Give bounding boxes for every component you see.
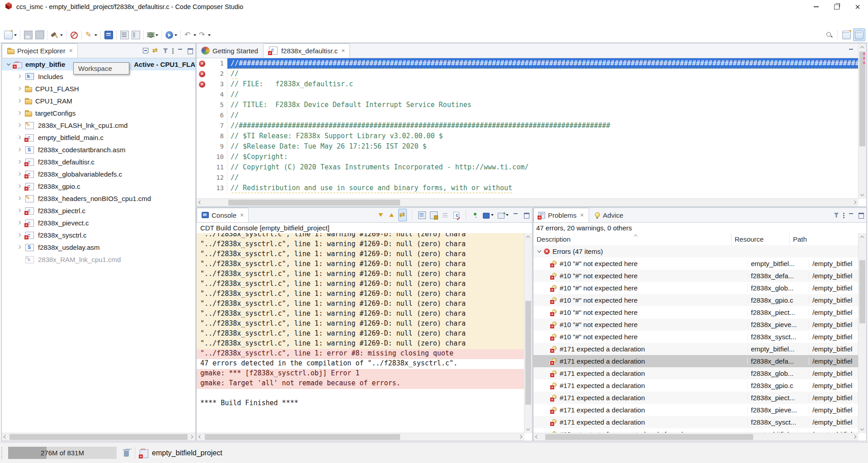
chevron-right-icon[interactable] — [17, 75, 21, 79]
problem-row[interactable]: #171 expected a declaration f2838x_pieve… — [533, 404, 859, 416]
toolbar-button[interactable] — [164, 29, 179, 41]
tree-item[interactable]: f2838x_headers_nonBIOS_cpu1.cmd — [2, 192, 195, 205]
console-tool-button[interactable] — [523, 209, 531, 221]
console-tool-button[interactable] — [441, 209, 449, 221]
tree-item[interactable]: f2838x_defaultisr.c — [2, 156, 195, 168]
close-icon[interactable] — [69, 47, 73, 54]
problem-row[interactable]: Errors (47 items) — [533, 245, 859, 257]
filter-icon[interactable] — [162, 47, 169, 54]
tree-item[interactable]: f2838x_piectrl.c — [2, 205, 195, 217]
view-menu-icon[interactable] — [843, 212, 845, 219]
toolbar-button[interactable] — [50, 29, 64, 41]
chevron-right-icon[interactable] — [17, 148, 21, 152]
close-icon[interactable] — [341, 47, 345, 54]
toolbar-button[interactable] — [84, 29, 99, 41]
tree-item[interactable]: f2838x_gpio.c — [2, 180, 195, 192]
code-line[interactable]: 1 //####################################… — [197, 58, 859, 69]
tree-item[interactable]: f2838x_codestartbranch.asm — [2, 144, 195, 156]
chevron-right-icon[interactable] — [17, 136, 21, 140]
toolbar-button[interactable] — [23, 29, 34, 41]
chevron-right-icon[interactable] — [17, 99, 21, 103]
scroll-thumb[interactable] — [545, 434, 753, 440]
scroll-left-icon[interactable] — [197, 199, 204, 206]
chevron-right-icon[interactable] — [17, 172, 21, 176]
collapse-all-icon[interactable] — [143, 48, 148, 53]
toolbar-button[interactable] — [103, 29, 114, 41]
chevron-right-icon[interactable] — [17, 221, 21, 225]
window-control-button[interactable] — [826, 0, 847, 14]
menu-item[interactable] — [2, 19, 12, 23]
maximize-p-icon[interactable] — [187, 47, 194, 54]
scroll-right-icon[interactable] — [188, 434, 195, 440]
console-tool-button[interactable] — [452, 209, 461, 221]
console-hscrollbar[interactable] — [197, 433, 524, 441]
tree-item[interactable]: f2838x_globalvariabledefs.c — [2, 168, 195, 180]
problem-row[interactable]: #171 expected a declaration f2838x_defa.… — [533, 355, 859, 367]
code-line[interactable]: 5 // TITLE: F2838x Device Default Interr… — [197, 100, 859, 110]
problem-row[interactable]: #171 expected a declaration f2838x_piect… — [533, 392, 859, 404]
chevron-right-icon[interactable] — [17, 160, 21, 164]
chevron-right-icon[interactable] — [17, 123, 21, 127]
editor-vscrollbar[interactable] — [858, 43, 866, 199]
view-menu-icon[interactable] — [172, 47, 174, 54]
chevron-right-icon[interactable] — [17, 111, 21, 115]
editor-tab[interactable]: Getting Started — [197, 43, 263, 58]
scroll-thumb[interactable] — [205, 434, 400, 440]
toolbar-button[interactable] — [824, 29, 835, 41]
chevron-right-icon[interactable] — [17, 233, 21, 237]
toolbar-button[interactable] — [183, 29, 198, 41]
scroll-up-icon[interactable] — [525, 234, 532, 240]
code-line[interactable]: 3 // FILE: f2838x_defaultisr.c — [197, 79, 859, 89]
console-output[interactable]: "../f2838x_sysctrl.c", line 1: warning #… — [197, 233, 524, 433]
console-tool-button[interactable] — [497, 209, 509, 221]
toolbar-button[interactable] — [34, 29, 45, 41]
problem-row[interactable]: #171 expected a declaration f2838x_sysct… — [533, 416, 859, 428]
filter-icon[interactable] — [833, 212, 840, 219]
code-line[interactable]: 4 // — [197, 89, 859, 100]
tab-project-explorer[interactable]: Project Explorer — [2, 43, 78, 58]
console-tool-button[interactable] — [387, 209, 395, 221]
minimize-p-icon[interactable] — [848, 47, 855, 54]
toolbar-button[interactable] — [198, 29, 212, 41]
code-line[interactable]: 11 // Copyright (C) 2020 Texas Instrumen… — [197, 162, 859, 173]
code-line[interactable]: 2 // — [197, 69, 859, 79]
problems-hscrollbar[interactable] — [533, 433, 859, 441]
chevron-right-icon[interactable] — [17, 245, 21, 249]
code-line[interactable]: 13 // Redistribution and use in source a… — [197, 183, 859, 193]
scroll-left-icon[interactable] — [197, 434, 204, 440]
problem-row[interactable]: #10 "#" not expected here f2838x_gpio.c … — [533, 294, 859, 306]
scroll-up-icon[interactable] — [859, 44, 866, 51]
tree-item[interactable]: 2838x_RAM_lnk_cpu1.cmd — [2, 253, 195, 266]
scroll-right-icon[interactable] — [851, 199, 858, 206]
tree-item[interactable]: 2838x_FLASH_lnk_cpu1.cmd — [2, 119, 195, 131]
explorer-hscrollbar[interactable] — [2, 433, 195, 441]
maximize-p-icon[interactable] — [858, 212, 865, 219]
column-header-resource[interactable]: Resource — [731, 233, 790, 245]
problem-row[interactable]: #10 "#" not expected here f2838x_glob...… — [533, 282, 859, 294]
scroll-right-icon[interactable] — [851, 434, 858, 440]
problem-row[interactable]: #10 "#" not expected here empty_bitfiel.… — [533, 257, 859, 270]
toolbar-button[interactable] — [146, 29, 160, 41]
chevron-right-icon[interactable] — [17, 209, 21, 213]
console-tool-button[interactable] — [512, 209, 520, 221]
chevron-right-icon[interactable] — [17, 257, 21, 262]
code-editor[interactable]: 1 //####################################… — [197, 58, 859, 199]
chevron-down-icon[interactable] — [6, 62, 10, 66]
tree-item[interactable]: empty_bitfield_main.c — [2, 131, 195, 144]
code-line[interactable]: 9 // $Release Date: Tue May 26 17:21:56 … — [197, 141, 859, 152]
scroll-down-icon[interactable] — [859, 426, 866, 433]
console-vscrollbar[interactable] — [524, 233, 532, 433]
chevron-right-icon[interactable] — [17, 87, 21, 91]
menu-item[interactable] — [81, 19, 91, 23]
tree-item[interactable]: CPU1_FLASH — [2, 83, 195, 95]
tree-item[interactable]: f2838x_usdelay.asm — [2, 241, 195, 253]
column-header-path[interactable]: Path — [790, 233, 859, 245]
tree-item[interactable]: targetConfigs — [2, 107, 195, 119]
scroll-thumb[interactable] — [9, 434, 188, 440]
scroll-down-icon[interactable] — [525, 426, 532, 433]
problem-row[interactable]: #10 "#" not expected here f2838x_pieve..… — [533, 318, 859, 331]
editor-tab[interactable]: f2838x_defaultisr.c — [263, 43, 350, 58]
scroll-left-icon[interactable] — [2, 434, 9, 440]
code-line[interactable]: 6 // — [197, 110, 859, 121]
menu-item[interactable] — [42, 19, 52, 23]
